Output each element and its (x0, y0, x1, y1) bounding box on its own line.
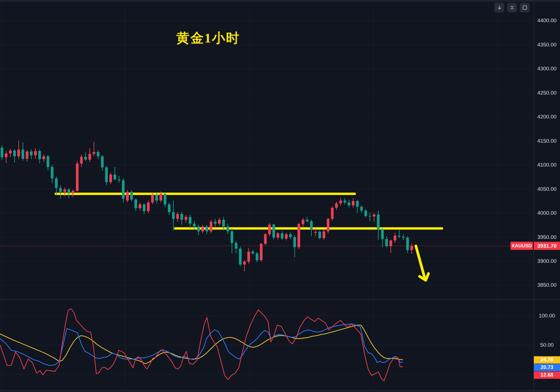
chart-canvas[interactable] (0, 0, 560, 392)
candle-body (147, 202, 150, 211)
candle-body (63, 189, 66, 192)
down-arrow-drawing[interactable] (416, 246, 425, 277)
candle-body (185, 217, 188, 220)
candle-body (172, 212, 175, 219)
candle-body (97, 152, 100, 156)
price-tick-label: 4250.00 (534, 90, 560, 96)
candle-body (193, 224, 196, 227)
indicator-tick-label: 50.00 (534, 342, 560, 348)
candle-body (105, 167, 108, 182)
candle-body (189, 217, 192, 224)
candle-body (348, 202, 351, 205)
candle-body (164, 194, 166, 205)
candle-body (134, 200, 137, 208)
candle-body (122, 180, 125, 199)
candle-body (302, 220, 304, 224)
candle-body (118, 179, 121, 180)
collapse-pane-button[interactable] (507, 3, 517, 12)
candle-body (155, 195, 158, 201)
candle-body (84, 157, 87, 160)
candle-body (364, 211, 367, 216)
candle-body (318, 232, 321, 238)
candle-body (327, 219, 330, 231)
price-tick-label: 4000.00 (534, 210, 560, 216)
candle-body (394, 236, 396, 240)
candle-body (314, 232, 317, 233)
candle-body (222, 220, 225, 227)
candle-body (298, 224, 300, 247)
candle-body (180, 214, 183, 220)
candle-body (398, 236, 401, 236)
candle-body (76, 163, 79, 191)
candle-body (55, 178, 58, 188)
candle-body (231, 231, 233, 243)
candle-body (268, 225, 271, 234)
candle-body (281, 233, 284, 239)
candle-body (406, 238, 409, 250)
chart-title-annotation[interactable]: 黄金1小时 (176, 29, 240, 47)
collapse-icon (509, 5, 515, 10)
candle-body (168, 204, 171, 212)
candle-body (373, 214, 376, 216)
candle-body (1, 148, 3, 157)
candle-body (13, 151, 16, 156)
move-pane-down-button[interactable] (494, 3, 504, 12)
candle-body (256, 254, 258, 260)
candle-body (126, 192, 129, 201)
candle-body (210, 222, 213, 231)
candle-body (293, 237, 296, 247)
price-tick-label: 4050.00 (534, 186, 560, 192)
candle-body (260, 244, 263, 260)
candle-body (26, 151, 28, 159)
candle-body (310, 221, 313, 229)
candle-body (47, 156, 50, 167)
candle-body (306, 220, 309, 221)
price-tick-label: 4200.00 (534, 114, 560, 120)
candle-body (5, 153, 8, 157)
price-tick-label: 4350.00 (534, 42, 560, 48)
candle-body (331, 208, 334, 219)
symbol-price-flag: XAUUSD (510, 242, 533, 250)
maximize-pane-button[interactable] (520, 3, 530, 12)
candle-body (59, 188, 62, 192)
kdj-value-label-D: 24.76 (534, 356, 560, 364)
candle-body (243, 262, 246, 265)
candle-body (201, 227, 204, 231)
arrow-down-icon (497, 5, 502, 10)
candle-body (251, 252, 254, 254)
candle-body (176, 214, 179, 219)
candle-body (17, 150, 20, 156)
bottom-border (0, 390, 560, 392)
candle-body (323, 231, 325, 238)
candle-body (80, 157, 83, 163)
candle-body (285, 234, 288, 238)
candle-body (352, 201, 355, 205)
candle-body (385, 239, 388, 246)
chart-window: 黄金1小时 XAUUSD 3931.70 4400.004350.004300.… (0, 0, 560, 392)
candle-body (402, 237, 405, 238)
candle-body (206, 227, 208, 231)
kdj-line-J (0, 309, 403, 381)
candle-body (197, 227, 200, 231)
candles-layer (1, 141, 413, 271)
candle-body (68, 189, 70, 193)
candle-body (247, 252, 250, 262)
top-border (0, 0, 560, 2)
candle-body (369, 216, 371, 216)
candle-body (273, 225, 275, 238)
candle-body (335, 203, 338, 208)
candle-body (88, 154, 91, 160)
indicator-tick-label: 100.00 (534, 313, 560, 319)
candle-body (34, 151, 37, 155)
candle-body (160, 194, 162, 201)
candle-body (235, 243, 238, 249)
candle-body (101, 156, 104, 167)
candle-body (360, 207, 363, 211)
candle-body (43, 156, 45, 159)
last-price-label: 3931.70 (534, 242, 560, 250)
candle-body (218, 220, 221, 224)
candle-body (377, 214, 380, 229)
candle-body (151, 195, 154, 202)
maximize-icon (522, 5, 528, 10)
candle-body (276, 233, 279, 238)
